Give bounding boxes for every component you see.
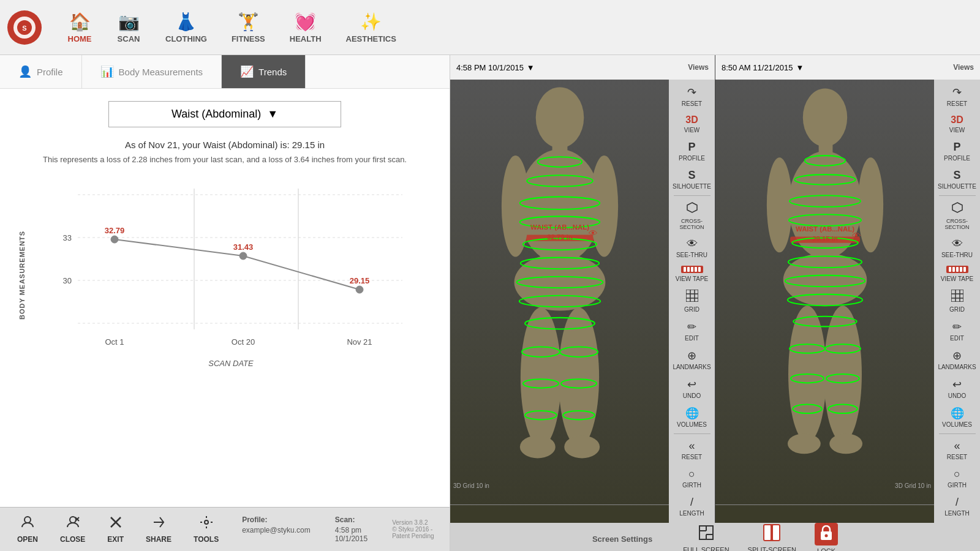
tool2-profile[interactable]: P PROFILE	[936, 138, 979, 165]
tool-3d[interactable]: 3D VIEW	[671, 111, 714, 137]
tool2-silhouette[interactable]: S SILHOUETTE	[936, 166, 979, 193]
girth2-label: GIRTH	[948, 482, 967, 489]
tab-trends[interactable]: 📈 Trends	[222, 55, 306, 88]
tool2-3d[interactable]: 3D VIEW	[936, 111, 979, 137]
tool2-see-thru[interactable]: 👁 SEE-THRU	[936, 234, 979, 261]
tool-length[interactable]: / LENGTH	[671, 493, 714, 520]
girth-label: GIRTH	[682, 482, 701, 489]
view-tape2-label: VIEW TAPE	[941, 276, 974, 282]
nav-scan[interactable]: 📷 SCAN	[104, 6, 153, 50]
landmarks2-icon: ⊕	[952, 349, 962, 362]
svg-rect-62	[691, 267, 693, 272]
fullscreen-button[interactable]: FULL SCREEN	[683, 524, 729, 551]
fullscreen-icon	[698, 524, 715, 544]
tool-landmarks[interactable]: ⊕ LANDMARKS	[671, 346, 714, 373]
svg-text:32.79: 32.79	[105, 226, 125, 235]
clothing-icon: 👗	[175, 12, 197, 32]
svg-point-119	[825, 534, 828, 538]
svg-rect-110	[951, 290, 963, 302]
tool2-view-tape[interactable]: VIEW TAPE	[936, 263, 979, 285]
tool2-reset[interactable]: ↷ RESET	[936, 83, 979, 110]
tool-undo[interactable]: ↩ UNDO	[671, 375, 714, 402]
right-panel: 4:58 PM 10/1/2015 ▼ Views	[450, 55, 980, 551]
tool2-reset2[interactable]: « RESET	[936, 437, 979, 463]
tab-bar: 👤 Profile 📊 Body Measurements 📈 Trends	[0, 55, 450, 89]
svg-text:S: S	[22, 24, 26, 32]
tool-profile[interactable]: P PROFILE	[671, 138, 714, 165]
tool-reset2[interactable]: « RESET	[671, 437, 714, 463]
viewer2-views-label[interactable]: Views	[953, 63, 974, 72]
svg-point-28	[205, 520, 208, 524]
svg-point-29	[535, 87, 584, 148]
viewer2-scan-dropdown[interactable]: 8:50 AM 11/21/2015 ▼	[722, 63, 804, 72]
share-icon	[151, 515, 166, 533]
nav-health[interactable]: 💓 HEALTH	[277, 6, 334, 50]
svg-point-12	[111, 236, 118, 243]
splitscreen-button[interactable]: SPLIT-SCREEN	[748, 524, 796, 551]
svg-text:WAIST (AB...NAL): WAIST (AB...NAL)	[530, 223, 589, 231]
nav-aesthetics[interactable]: ✨ AESTHETICS	[334, 6, 409, 50]
nav-clothing[interactable]: 👗 CLOTHING	[153, 6, 219, 50]
left-panel: 👤 Profile 📊 Body Measurements 📈 Trends W…	[0, 55, 450, 551]
lock-button[interactable]: LOCK	[815, 523, 838, 551]
see-thru2-icon: 👁	[952, 238, 963, 250]
viewer1-views-label[interactable]: Views	[688, 63, 709, 72]
svg-point-75	[858, 157, 883, 252]
tab-profile[interactable]: 👤 Profile	[0, 55, 82, 88]
length2-label: LENGTH	[944, 510, 970, 517]
length-icon: /	[690, 496, 693, 509]
share-button[interactable]: SHARE	[135, 510, 183, 549]
svg-rect-61	[687, 267, 690, 272]
tool2-undo[interactable]: ↩ UNDO	[936, 375, 979, 402]
viewer2-grid-label: 3D Grid 10 in	[895, 482, 931, 489]
nav-home[interactable]: 🏠 HOME	[55, 6, 104, 50]
profile-view-icon: P	[688, 141, 695, 154]
exit-button[interactable]: EXIT	[96, 510, 135, 549]
tool-reset[interactable]: ↷ RESET	[671, 83, 714, 110]
close-icon	[66, 515, 80, 533]
viewer1-scan-dropdown[interactable]: 4:58 PM 10/1/2015 ▼	[456, 63, 535, 72]
measurement-dropdown[interactable]: Waist (Abdominal) ▼	[108, 101, 341, 127]
svg-point-35	[514, 253, 605, 310]
tab-body-measurements[interactable]: 📊 Body Measurements	[82, 55, 222, 88]
tools-button[interactable]: TOOLS	[183, 510, 230, 549]
tool2-length[interactable]: / LENGTH	[936, 493, 979, 520]
silhouette2-label: SILHOUETTE	[938, 183, 976, 190]
tool-silhouette[interactable]: S SILHOUETTE	[671, 166, 714, 193]
tool-view-tape[interactable]: VIEW TAPE	[671, 263, 714, 285]
svg-text:👁: 👁	[852, 231, 861, 241]
close-button[interactable]: CLOSE	[49, 510, 96, 549]
undo2-icon: ↩	[952, 378, 962, 391]
trends-tab-icon: 📈	[240, 65, 254, 78]
tool-see-thru[interactable]: 👁 SEE-THRU	[671, 234, 714, 261]
svg-text:32.79 in: 32.79 in	[547, 233, 573, 241]
tool2-cross-section[interactable]: CROSS-SECTION	[936, 198, 979, 233]
tool2-grid[interactable]: GRID	[936, 287, 979, 316]
reset2-label: RESET	[682, 454, 702, 460]
open-button[interactable]: OPEN	[6, 510, 49, 549]
svg-text:WAIST (AB...NAL): WAIST (AB...NAL)	[796, 225, 854, 233]
nav-fitness[interactable]: 🏋 FITNESS	[219, 6, 277, 50]
tool2-volumes[interactable]: 🌐 VOLUMES	[936, 403, 979, 431]
svg-rect-69	[686, 290, 698, 302]
tool-edit[interactable]: ✏ EDIT	[671, 317, 714, 345]
tool-volumes[interactable]: 🌐 VOLUMES	[671, 403, 714, 431]
lock-label: LOCK	[817, 547, 835, 551]
copyright-text: © Styku 2016 - Patent Pending	[392, 526, 450, 539]
view-tape2-icon	[946, 266, 968, 274]
tool2-girth[interactable]: ○ GIRTH	[936, 465, 979, 492]
nav-aesthetics-label: AESTHETICS	[346, 34, 396, 43]
volumes2-label: VOLUMES	[942, 421, 972, 428]
tool-girth[interactable]: ○ GIRTH	[671, 465, 714, 492]
tool-cross-section[interactable]: CROSS-SECTION	[671, 198, 714, 233]
tool-grid[interactable]: GRID	[671, 287, 714, 316]
open-label: OPEN	[17, 535, 38, 544]
tool2-landmarks[interactable]: ⊕ LANDMARKS	[936, 346, 979, 373]
body-tab-icon: 📊	[100, 65, 114, 78]
svg-point-39	[564, 435, 600, 458]
share-label: SHARE	[146, 535, 172, 544]
toolbar-divider2	[674, 433, 710, 434]
nav-items: 🏠 HOME 📷 SCAN 👗 CLOTHING 🏋 FITNESS 💓 HEA…	[55, 6, 409, 50]
reset-label: RESET	[682, 100, 702, 107]
tool2-edit[interactable]: ✏ EDIT	[936, 317, 979, 345]
